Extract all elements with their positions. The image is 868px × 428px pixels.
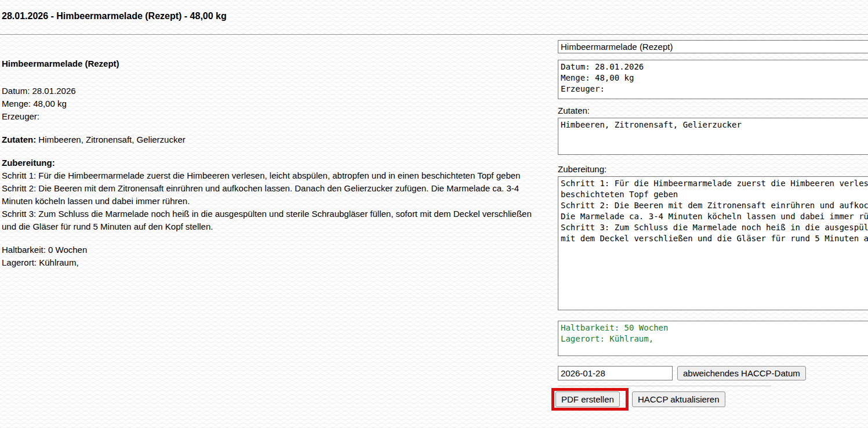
pdf-erstellen-button[interactable]: PDF erstellen (555, 391, 620, 407)
preview-schritt-3: Schritt 3: Zum Schluss die Marmelade noc… (2, 208, 546, 233)
preview-erzeuger: Erzeuger: (2, 110, 546, 123)
recipe-name-input[interactable] (558, 40, 868, 53)
preview-menge: Menge: 48,00 kg (2, 97, 546, 110)
preview-recipe-name: Himbeermarmelade (Rezept) (2, 57, 546, 70)
preview-schritt-2: Schritt 2: Die Beeren mit dem Zitronensa… (2, 182, 546, 208)
zubereitung-textarea[interactable]: Schritt 1: Für die Himbeermarmelade zuer… (558, 176, 868, 310)
recipe-info-textarea[interactable]: Datum: 28.01.2026 Menge: 48,00 kg Erzeug… (558, 60, 868, 99)
preview-storage-block: Haltbarkeit: 0 Wochen Lagerort: Kühlraum… (2, 244, 546, 269)
haccp-aktualisieren-button[interactable]: HACCP aktualisieren (632, 391, 725, 407)
page-title: 28.01.2026 - Himbeermarmelade (Rezept) -… (2, 11, 868, 21)
page-header: 28.01.2026 - Himbeermarmelade (Rezept) -… (0, 0, 868, 35)
pdf-button-highlight-annotation: PDF erstellen (551, 388, 629, 411)
preview-datum: Datum: 28.01.2026 (2, 85, 546, 97)
zutaten-label: Zutaten: (558, 105, 868, 117)
preview-schritt-1: Schritt 1: Für die Himbeermarmelade zuer… (2, 169, 546, 182)
button-separator (558, 386, 771, 386)
preview-zutaten-label: Zutaten: (2, 135, 36, 144)
preview-info-block: Datum: 28.01.2026 Menge: 48,00 kg Erzeug… (2, 85, 546, 123)
haccp-date-row: abweichendes HACCP-Datum (558, 366, 868, 380)
haccp-date-input[interactable] (558, 366, 673, 380)
preview-zutaten-line: Zutaten: Himbeeren, Zitronensaft, Gelier… (2, 133, 546, 146)
haccp-info-textarea[interactable]: Haltbarkeit: 50 Wochen Lagerort: Kühlrau… (558, 321, 868, 356)
preview-zubereitung-label: Zubereitung: (2, 157, 546, 169)
main-content: Himbeermarmelade (Rezept) Datum: 28.01.2… (0, 35, 868, 411)
abweichendes-haccp-datum-button[interactable]: abweichendes HACCP-Datum (677, 366, 806, 380)
preview-haltbarkeit: Haltbarkeit: 0 Wochen (2, 244, 546, 256)
preview-lagerort: Lagerort: Kühlraum, (2, 256, 546, 269)
preview-zutaten-value: Himbeeren, Zitronensaft, Gelierzucker (38, 135, 185, 144)
zubereitung-label: Zubereitung: (558, 164, 868, 175)
preview-zubereitung-block: Zubereitung: Schritt 1: Für die Himbeerm… (2, 157, 546, 233)
action-button-row: PDF erstellen HACCP aktualisieren (558, 391, 868, 411)
recipe-form: Datum: 28.01.2026 Menge: 48,00 kg Erzeug… (558, 35, 868, 411)
recipe-preview: Himbeermarmelade (Rezept) Datum: 28.01.2… (0, 35, 555, 280)
zutaten-textarea[interactable]: Himbeeren, Zitronensaft, Gelierzucker (558, 118, 868, 155)
